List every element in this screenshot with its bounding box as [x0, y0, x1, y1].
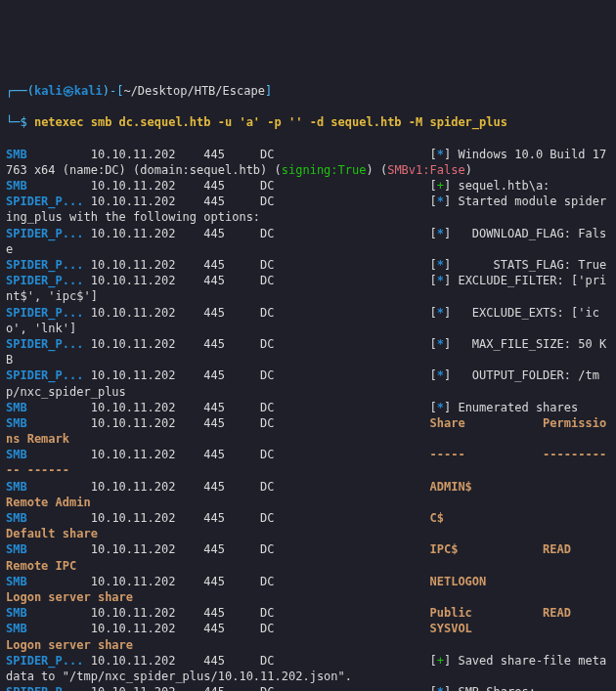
command-line: └─$ netexec smb dc.sequel.htb -u 'a' -p … — [6, 114, 610, 130]
output-line: SMB 10.10.11.202 445 DC SYSVOL Logon ser… — [6, 621, 610, 652]
terminal-output[interactable]: ┌──(kali㉿kali)-[~/Desktop/HTB/Escape] └─… — [6, 67, 610, 691]
output-line: SPIDER_P... 10.10.11.202 445 DC [*] EXCL… — [6, 273, 610, 304]
output-line: SMB 10.10.11.202 445 DC ----- ----------… — [6, 447, 610, 478]
output-line: SPIDER_P... 10.10.11.202 445 DC [*] MAX_… — [6, 336, 610, 367]
output-line: SMB 10.10.11.202 445 DC [+] sequel.htb\a… — [6, 178, 610, 194]
output-line: SPIDER_P... 10.10.11.202 445 DC [*] EXCL… — [6, 305, 610, 336]
output-line: SMB 10.10.11.202 445 DC ADMIN$ Remote Ad… — [6, 479, 610, 510]
output-block: SMB 10.10.11.202 445 DC [*] Windows 10.0… — [6, 147, 610, 691]
output-line: SMB 10.10.11.202 445 DC Public READ — [6, 605, 610, 621]
output-line: SMB 10.10.11.202 445 DC [*] Enumerated s… — [6, 400, 610, 415]
output-line: SPIDER_P... 10.10.11.202 445 DC [+] Save… — [6, 653, 610, 684]
output-line: SMB 10.10.11.202 445 DC [*] Windows 10.0… — [6, 147, 610, 178]
output-line: SPIDER_P... 10.10.11.202 445 DC [*] OUTP… — [6, 367, 610, 399]
output-line: SPIDER_P... 10.10.11.202 445 DC [*] DOWN… — [6, 226, 610, 257]
output-line: SMB 10.10.11.202 445 DC IPC$ READ Remote… — [6, 541, 610, 573]
output-line: SPIDER_P... 10.10.11.202 445 DC [*] Star… — [6, 194, 610, 225]
output-line: SMB 10.10.11.202 445 DC Share Permission… — [6, 415, 610, 447]
output-line: SPIDER_P... 10.10.11.202 445 DC [*] SMB … — [6, 684, 610, 691]
prompt-line: ┌──(kali㉿kali)-[~/Desktop/HTB/Escape] — [6, 83, 610, 99]
output-line: SMB 10.10.11.202 445 DC NETLOGON Logon s… — [6, 574, 610, 605]
output-line: SMB 10.10.11.202 445 DC C$ Default share — [6, 510, 610, 541]
command-text: netexec smb dc.sequel.htb -u 'a' -p '' -… — [34, 115, 507, 129]
output-line: SPIDER_P... 10.10.11.202 445 DC [*] STAT… — [6, 257, 610, 273]
